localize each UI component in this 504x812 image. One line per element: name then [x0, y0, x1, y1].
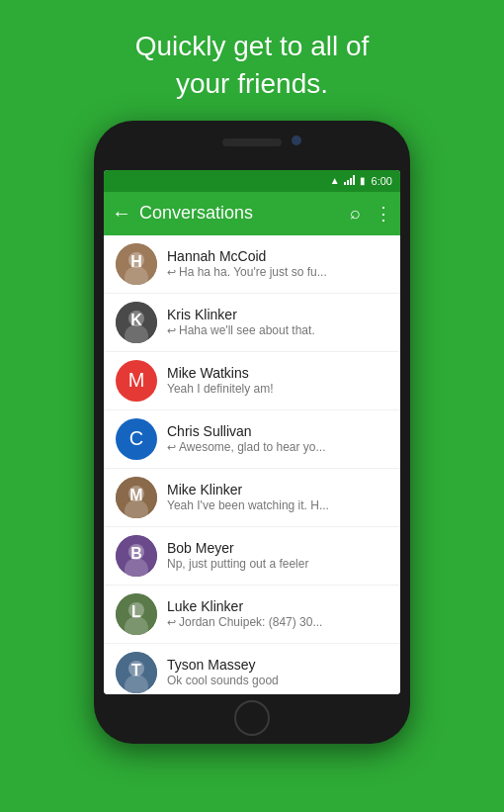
- avatar: C: [116, 418, 157, 460]
- app-bar-actions: ⌕ ⋮: [350, 203, 392, 225]
- avatar: K: [116, 302, 157, 343]
- conv-content: Chris Sullivan↩Awesome, glad to hear yo.…: [167, 423, 388, 454]
- phone-speaker: [222, 138, 282, 146]
- conv-content: Tyson MasseyOk cool sounds good: [167, 657, 388, 687]
- conversation-item[interactable]: L Luke Klinker↩Jordan Chuipek: (847) 30.…: [104, 586, 400, 644]
- phone-mockup: ▲ ▮ 6:00: [94, 121, 410, 744]
- status-time: 6:00: [372, 175, 392, 187]
- tagline-line1: Quickly get to all of: [135, 31, 370, 61]
- conv-content: Mike WatkinsYeah I definitely am!: [167, 365, 388, 396]
- svg-text:T: T: [131, 662, 141, 678]
- back-button[interactable]: ←: [112, 202, 131, 225]
- tagline: Quickly get to all of your friends.: [106, 28, 399, 103]
- phone-camera: [292, 135, 301, 145]
- conv-preview: Np, just putting out a feeler: [167, 557, 388, 571]
- reply-arrow-icon: ↩: [167, 616, 176, 629]
- conv-preview: ↩Haha we'll see about that.: [167, 323, 388, 337]
- signal-icon: [344, 175, 356, 187]
- status-icons: ▲ ▮ 6:00: [330, 175, 392, 187]
- conv-name: Chris Sullivan: [167, 423, 388, 439]
- svg-rect-0: [344, 182, 346, 185]
- conv-preview: Yeah I definitely am!: [167, 382, 388, 396]
- conv-preview: ↩Ha ha ha. You're just so fu...: [167, 265, 388, 279]
- conv-name: Mike Watkins: [167, 365, 388, 381]
- conv-name: Bob Meyer: [167, 540, 388, 556]
- wifi-icon: ▲: [330, 175, 340, 186]
- search-button[interactable]: ⌕: [350, 203, 361, 224]
- reply-arrow-icon: ↩: [167, 324, 176, 337]
- avatar: H: [116, 243, 157, 285]
- conversation-item[interactable]: CChris Sullivan↩Awesome, glad to hear yo…: [104, 410, 400, 469]
- status-bar: ▲ ▮ 6:00: [104, 170, 400, 192]
- conv-name: Luke Klinker: [167, 598, 388, 614]
- conversation-item[interactable]: H Hannah McCoid↩Ha ha ha. You're just so…: [104, 235, 400, 294]
- avatar: M: [116, 360, 157, 402]
- reply-arrow-icon: ↩: [167, 441, 176, 454]
- conv-name: Tyson Massey: [167, 657, 388, 673]
- conv-content: Luke Klinker↩Jordan Chuipek: (847) 30...: [167, 598, 388, 629]
- conv-preview: ↩Jordan Chuipek: (847) 30...: [167, 615, 388, 629]
- tagline-line2: your friends.: [176, 68, 328, 99]
- avatar: L: [116, 593, 157, 635]
- svg-rect-2: [350, 178, 352, 185]
- conversation-item[interactable]: MMike WatkinsYeah I definitely am!: [104, 352, 400, 410]
- conv-content: Hannah McCoid↩Ha ha ha. You're just so f…: [167, 248, 388, 279]
- svg-text:M: M: [129, 487, 142, 503]
- svg-text:B: B: [130, 545, 142, 562]
- conv-preview: Yeah I've been watching it. H...: [167, 498, 388, 512]
- app-bar: ← Conversations ⌕ ⋮: [104, 192, 400, 235]
- conversation-item[interactable]: B Bob MeyerNp, just putting out a feeler: [104, 527, 400, 586]
- conv-content: Mike KlinkerYeah I've been watching it. …: [167, 482, 388, 512]
- battery-icon: ▮: [360, 175, 366, 186]
- phone-home-button[interactable]: [234, 700, 270, 736]
- svg-text:L: L: [131, 603, 141, 620]
- conv-name: Kris Klinker: [167, 307, 388, 322]
- conv-preview: Ok cool sounds good: [167, 674, 388, 687]
- conversation-item[interactable]: T Tyson MasseyOk cool sounds good: [104, 644, 400, 694]
- conv-name: Mike Klinker: [167, 482, 388, 497]
- conversation-list: H Hannah McCoid↩Ha ha ha. You're just so…: [104, 235, 400, 694]
- phone-body: ▲ ▮ 6:00: [94, 121, 410, 744]
- conv-content: Bob MeyerNp, just putting out a feeler: [167, 540, 388, 571]
- svg-text:H: H: [130, 253, 142, 270]
- conversation-item[interactable]: K Kris Klinker↩Haha we'll see about that…: [104, 294, 400, 352]
- conv-content: Kris Klinker↩Haha we'll see about that.: [167, 307, 388, 337]
- avatar: T: [116, 652, 157, 693]
- phone-screen: ▲ ▮ 6:00: [104, 170, 400, 694]
- svg-rect-1: [347, 180, 349, 185]
- conv-name: Hannah McCoid: [167, 248, 388, 264]
- more-button[interactable]: ⋮: [375, 203, 392, 225]
- avatar: M: [116, 477, 157, 518]
- avatar: B: [116, 535, 157, 577]
- svg-text:K: K: [130, 312, 142, 328]
- reply-arrow-icon: ↩: [167, 266, 176, 279]
- conversation-item[interactable]: M Mike KlinkerYeah I've been watching it…: [104, 469, 400, 527]
- conv-preview: ↩Awesome, glad to hear yo...: [167, 440, 388, 454]
- svg-rect-3: [353, 175, 355, 185]
- app-bar-title: Conversations: [139, 203, 350, 224]
